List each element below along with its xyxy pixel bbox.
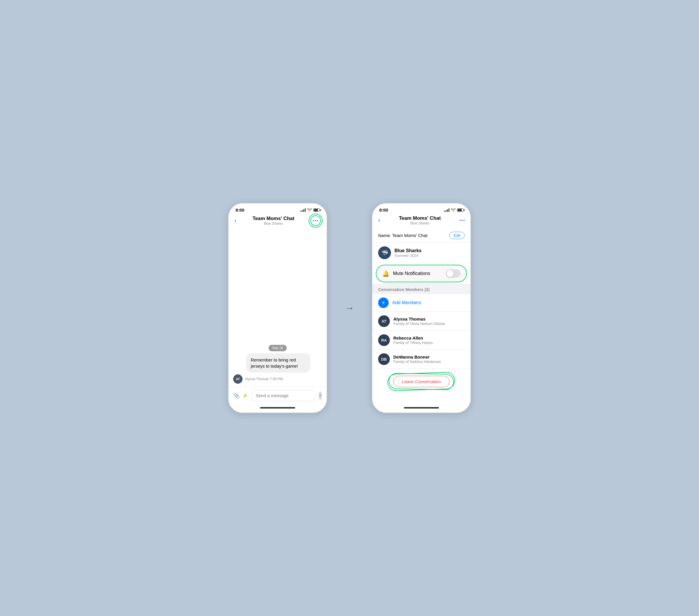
detail-content: Name: Team Moms' Chat Edit 🦈 Blue Sharks… — [372, 228, 471, 405]
mute-label: Mute Notifications — [393, 271, 430, 276]
leave-section: Leave Conversation — [372, 369, 471, 394]
message-input[interactable] — [251, 390, 316, 401]
sender-info: Alyssa Thomas 7:30 PM — [245, 377, 283, 381]
add-members-label: Add Members — [392, 300, 421, 305]
home-indicator-right — [404, 407, 439, 408]
back-button-left[interactable]: ‹ — [234, 217, 236, 224]
status-bar-right: 8:00 — [372, 204, 471, 214]
message-area: Sep 26 Remember to bring red jerseys to … — [228, 342, 327, 384]
bell-icon: 🔔 — [382, 270, 390, 277]
status-icons-left — [300, 208, 320, 212]
time-left: 8:00 — [236, 208, 244, 212]
sender-avatar: AT — [233, 374, 242, 384]
transition-arrow: → — [345, 303, 354, 314]
mute-notifications-row: 🔔 Mute Notifications — [376, 265, 467, 282]
message-text: Remember to bring red jerseys to today's… — [251, 357, 298, 368]
signal-icon-right — [444, 208, 449, 212]
phone-left: 8:00 ‹ Team Moms' Chat — [228, 203, 327, 413]
time-right: 8:00 — [379, 208, 388, 212]
scene: 8:00 ‹ Team Moms' Chat — [228, 203, 471, 413]
nav-title-group-right: Team Moms' Chat Blue Sharks — [399, 215, 441, 225]
more-options-right[interactable] — [459, 220, 465, 221]
attachment-icon[interactable]: 📎 — [233, 392, 240, 399]
member-sub-2: Family of Natisha Hiedeman — [393, 359, 441, 364]
member-sub-1: Family of Tiffany Hayes — [393, 340, 433, 345]
message-bubble: Remember to bring red jerseys to today's… — [246, 353, 310, 372]
add-members-icon: + — [378, 298, 389, 308]
member-info-2: DeWanna Bonner Family of Natisha Hiedema… — [393, 354, 441, 364]
message-meta: AT Alyssa Thomas 7:30 PM — [233, 374, 322, 384]
leave-btn-wrapper: Leave Conversation — [393, 376, 449, 387]
nav-header-right: ‹ Team Moms' Chat Blue Sharks — [372, 214, 471, 228]
back-button-right[interactable]: ‹ — [378, 217, 380, 224]
member-name-0: Alyssa Thomas — [393, 316, 445, 322]
nav-title-group-left: Team Moms' Chat Blue Sharks — [252, 216, 294, 226]
three-dots-icon — [313, 220, 318, 221]
edit-button[interactable]: Edit — [449, 232, 465, 239]
chat-subtitle-left: Blue Sharks — [252, 222, 294, 226]
member-name-1: Rebecca Allen — [393, 336, 433, 340]
date-pill: Sep 26 — [233, 345, 322, 350]
member-row-2[interactable]: DB DeWanna Bonner Family of Natisha Hied… — [372, 350, 471, 369]
mute-toggle[interactable] — [446, 270, 461, 278]
member-sub-0: Family of Olivia Nelson-Ododa — [393, 322, 445, 326]
member-avatar-0: AT — [378, 315, 390, 327]
wifi-icon-right — [451, 208, 456, 212]
team-row: 🦈 Blue Sharks Summer 2024 — [372, 243, 471, 263]
mute-left: 🔔 Mute Notifications — [382, 270, 430, 277]
status-icons-right — [444, 208, 463, 212]
member-row-0[interactable]: AT Alyssa Thomas Family of Olivia Nelson… — [372, 312, 471, 331]
member-row-1[interactable]: RA Rebecca Allen Family of Tiffany Hayes — [372, 331, 471, 350]
nav-header-left: ‹ Team Moms' Chat Blue Sharks — [228, 214, 327, 229]
battery-icon — [313, 208, 320, 212]
add-message-button[interactable]: + — [318, 391, 322, 400]
chat-content: Sep 26 Remember to bring red jerseys to … — [228, 229, 327, 386]
add-members-row[interactable]: + Add Members — [372, 294, 471, 312]
member-avatar-2: DB — [378, 353, 390, 365]
team-avatar: 🦈 — [378, 246, 391, 259]
more-options-button[interactable] — [310, 215, 321, 226]
chat-title-right: Team Moms' Chat — [399, 215, 441, 221]
members-header: Conversation Members (3) — [372, 284, 471, 294]
chat-subtitle-right: Blue Sharks — [399, 221, 441, 225]
name-section: Name: Team Moms' Chat Edit — [372, 228, 471, 243]
lightning-icon[interactable]: ⚡ — [242, 392, 248, 399]
member-name-2: DeWanna Bonner — [393, 354, 441, 359]
team-name: Blue Sharks — [395, 248, 421, 253]
member-avatar-1: RA — [378, 334, 390, 346]
leave-conversation-button[interactable]: Leave Conversation — [393, 376, 449, 387]
signal-icon — [300, 208, 306, 212]
wifi-icon — [307, 208, 312, 212]
status-bar-left: 8:00 — [228, 204, 327, 214]
chat-title-left: Team Moms' Chat — [252, 216, 294, 222]
input-bar: 📎 ⚡ + — [228, 386, 327, 405]
member-info-1: Rebecca Allen Family of Tiffany Hayes — [393, 336, 433, 345]
chat-name-label: Name: Team Moms' Chat — [378, 233, 427, 238]
member-info-0: Alyssa Thomas Family of Olivia Nelson-Od… — [393, 316, 445, 326]
home-indicator-left — [260, 407, 295, 408]
phone-right: 8:00 ‹ Team Moms' Chat — [372, 203, 471, 413]
team-season: Summer 2024 — [395, 253, 421, 258]
team-info: Blue Sharks Summer 2024 — [395, 248, 421, 258]
battery-icon-right — [457, 208, 463, 212]
